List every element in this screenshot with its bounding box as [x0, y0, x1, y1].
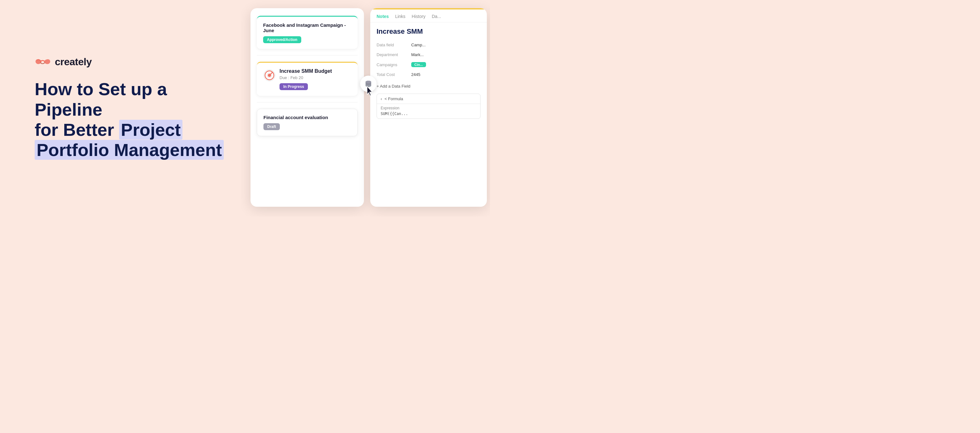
detail-panel: Notes Links History Da... Increase SMM D… — [370, 8, 487, 207]
formula-expression-value: SUM({{Can... — [377, 111, 480, 118]
detail-title: Increase SMM — [370, 27, 487, 40]
data-value-campaigns: Cin... — [411, 62, 426, 67]
data-value-datafield: Camp... — [411, 43, 426, 47]
data-label-campaigns: Campaigns — [377, 62, 411, 67]
card-smm-badge: In Progress — [280, 83, 308, 90]
card-facebook-title: Facebook and Instagram Campaign - June — [263, 22, 352, 33]
data-label-department: Department — [377, 52, 411, 57]
cards-panel: Facebook and Instagram Campaign - June A… — [250, 8, 364, 207]
data-label-datafield: Data field — [377, 43, 411, 47]
card-smm[interactable]: Increase SMM Budget Due : Feb 20 In Prog… — [257, 62, 358, 96]
headline-line3: Portfolio Management — [35, 140, 230, 160]
divider1 — [257, 55, 358, 56]
tab-notes[interactable]: Notes — [377, 14, 389, 22]
card-financial-title: Financial account evaluation — [263, 115, 351, 120]
data-row-totalcost: Total Cost 2445 — [370, 70, 487, 80]
data-value-department: Mark... — [411, 52, 424, 57]
data-label-totalcost: Total Cost — [377, 72, 411, 77]
detail-tabs: Notes Links History Da... — [370, 10, 487, 22]
headline: How to Set up a Pipeline for Better Proj… — [35, 79, 230, 161]
formula-chevron-icon: ‹ — [381, 96, 382, 101]
left-section: creately How to Set up a Pipeline for Be… — [0, 0, 274, 216]
formula-header[interactable]: ‹ < Formula — [377, 94, 480, 104]
data-value-totalcost: 2445 — [411, 72, 420, 77]
logo: creately — [35, 56, 274, 68]
headline-line2: for Better Project — [35, 120, 230, 140]
tab-links[interactable]: Links — [395, 14, 406, 22]
svg-point-8 — [366, 81, 371, 83]
logo-icon — [35, 57, 51, 67]
database-icon-wrapper[interactable] — [360, 76, 377, 92]
tab-history[interactable]: History — [412, 14, 426, 22]
divider2 — [257, 102, 358, 102]
data-row-datafield: Data field Camp... — [370, 40, 487, 50]
headline-line1: How to Set up a Pipeline — [35, 79, 230, 120]
card-financial[interactable]: Financial account evaluation Draft — [257, 109, 358, 136]
card-facebook[interactable]: Facebook and Instagram Campaign - June A… — [257, 16, 358, 49]
database-icon — [364, 80, 373, 88]
add-data-field-button[interactable]: + Add a Data Field — [377, 82, 480, 91]
logo-text: creately — [55, 56, 92, 68]
right-section: Facebook and Instagram Campaign - June A… — [241, 0, 490, 216]
data-row-campaigns: Campaigns Cin... — [370, 60, 487, 70]
tab-data[interactable]: Da... — [432, 14, 441, 22]
card-smm-due: Due : Feb 20 — [280, 75, 352, 80]
formula-header-label: < Formula — [385, 96, 403, 101]
card-facebook-badge: Approved/Action — [263, 36, 301, 43]
formula-box: ‹ < Formula Expression SUM({{Can... — [377, 94, 480, 119]
card-financial-badge: Draft — [263, 123, 280, 130]
data-row-department: Department Mark... — [370, 50, 487, 60]
target-icon — [263, 69, 276, 82]
formula-expression-label: Expression — [377, 104, 480, 111]
card-smm-title: Increase SMM Budget — [280, 68, 352, 74]
